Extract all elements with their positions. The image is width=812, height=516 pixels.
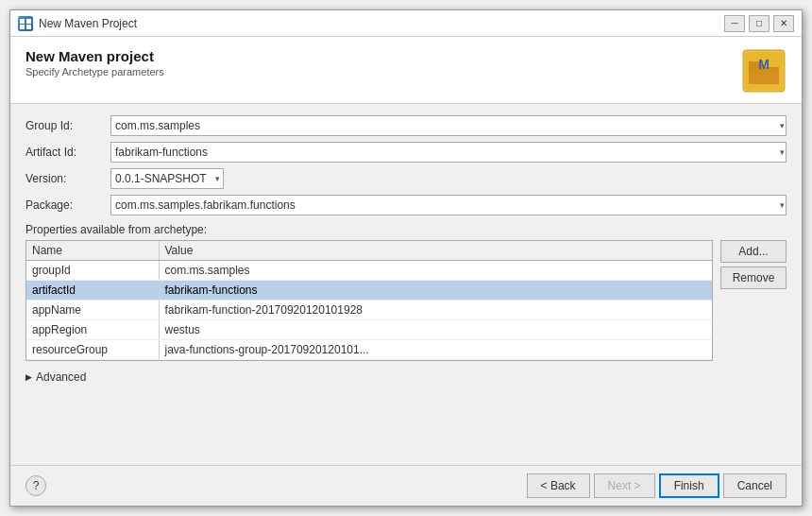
prop-value-cell: com.ms.samples <box>159 261 712 281</box>
version-row: Version: 0.0.1-SNAPSHOT 1.0.0-SNAPSHOT 1… <box>25 168 787 189</box>
version-select[interactable]: 0.0.1-SNAPSHOT 1.0.0-SNAPSHOT 1.0.0 <box>110 168 224 189</box>
close-button[interactable]: ✕ <box>773 15 794 32</box>
footer: ? < Back Next > Finish Cancel <box>10 465 802 506</box>
prop-value-cell: fabrikam-function-20170920120101928 <box>159 301 712 320</box>
prop-name-cell: groupId <box>26 261 159 281</box>
finish-button[interactable]: Finish <box>659 473 719 498</box>
package-input[interactable] <box>110 195 787 215</box>
advanced-label: Advanced <box>36 370 86 384</box>
properties-container: Name Value groupIdcom.ms.samplesartifact… <box>25 240 787 361</box>
table-row[interactable]: appRegionwestus <box>26 320 712 340</box>
properties-label: Properties available from archetype: <box>25 223 787 236</box>
title-bar-left: New Maven Project <box>18 16 137 31</box>
minimize-button[interactable]: ─ <box>724 15 745 32</box>
footer-buttons: < Back Next > Finish Cancel <box>527 473 787 498</box>
maven-logo: M <box>741 48 787 94</box>
package-row: Package: ▾ <box>25 195 787 215</box>
title-bar-text: New Maven Project <box>39 17 137 30</box>
help-button[interactable]: ? <box>25 475 46 496</box>
dialog-icon <box>18 16 33 31</box>
advanced-section[interactable]: ▶ Advanced <box>25 370 787 384</box>
maximize-button[interactable]: □ <box>749 15 770 32</box>
next-button[interactable]: Next > <box>594 473 655 498</box>
group-id-input[interactable] <box>110 115 787 136</box>
back-button[interactable]: < Back <box>527 473 590 498</box>
properties-section: Properties available from archetype: Nam… <box>25 223 787 361</box>
svg-rect-0 <box>20 19 25 24</box>
header-section: New Maven project Specify Archetype para… <box>10 37 802 104</box>
prop-name-cell: appRegion <box>26 320 159 340</box>
table-row[interactable]: resourceGroupjava-functions-group-201709… <box>26 340 712 360</box>
content-area: Group Id: ▾ Artifact Id: ▾ Version: 0.0.… <box>10 104 802 465</box>
remove-property-button[interactable]: Remove <box>720 267 787 289</box>
svg-rect-3 <box>26 25 31 29</box>
group-id-input-wrap: ▾ <box>110 115 787 136</box>
svg-rect-2 <box>20 25 25 29</box>
artifact-id-row: Artifact Id: ▾ <box>25 142 787 163</box>
prop-value-cell: java-functions-group-20170920120101... <box>159 340 712 360</box>
artifact-id-input-wrap: ▾ <box>110 142 787 163</box>
svg-rect-1 <box>26 19 31 24</box>
group-id-label: Group Id: <box>25 119 110 132</box>
table-row[interactable]: artifactIdfabrikam-functions <box>26 281 712 301</box>
group-id-row: Group Id: ▾ <box>25 115 787 136</box>
prop-value-cell: fabrikam-functions <box>159 281 712 301</box>
table-row[interactable]: groupIdcom.ms.samples <box>26 261 712 281</box>
advanced-arrow-icon: ▶ <box>25 372 32 382</box>
property-buttons: Add... Remove <box>720 240 787 289</box>
table-row[interactable]: appNamefabrikam-function-201709201201019… <box>26 301 712 320</box>
artifact-id-input[interactable] <box>110 142 787 163</box>
prop-name-cell: appName <box>26 301 159 320</box>
properties-table: Name Value groupIdcom.ms.samplesartifact… <box>26 241 712 360</box>
footer-left: ? <box>25 475 46 496</box>
package-label: Package: <box>25 198 110 212</box>
col-value-header: Value <box>159 241 712 261</box>
cancel-button[interactable]: Cancel <box>723 473 787 498</box>
header-subtitle: Specify Archetype parameters <box>25 66 164 77</box>
version-label: Version: <box>25 172 110 185</box>
title-bar-controls: ─ □ ✕ <box>724 15 794 32</box>
title-bar: New Maven Project ─ □ ✕ <box>10 10 802 37</box>
properties-table-wrap: Name Value groupIdcom.ms.samplesartifact… <box>25 240 713 361</box>
package-input-wrap: ▾ <box>110 195 787 215</box>
prop-value-cell: westus <box>159 320 712 340</box>
artifact-id-label: Artifact Id: <box>25 146 110 159</box>
header-title: New Maven project <box>25 48 164 64</box>
version-select-wrap: 0.0.1-SNAPSHOT 1.0.0-SNAPSHOT 1.0.0 ▾ <box>110 168 224 189</box>
add-property-button[interactable]: Add... <box>720 240 787 263</box>
header-text: New Maven project Specify Archetype para… <box>25 48 164 77</box>
prop-name-cell: resourceGroup <box>26 340 159 360</box>
dialog-window: New Maven Project ─ □ ✕ New Maven projec… <box>9 9 803 507</box>
prop-name-cell: artifactId <box>26 281 159 301</box>
svg-text:M: M <box>758 57 770 72</box>
col-name-header: Name <box>26 241 159 261</box>
